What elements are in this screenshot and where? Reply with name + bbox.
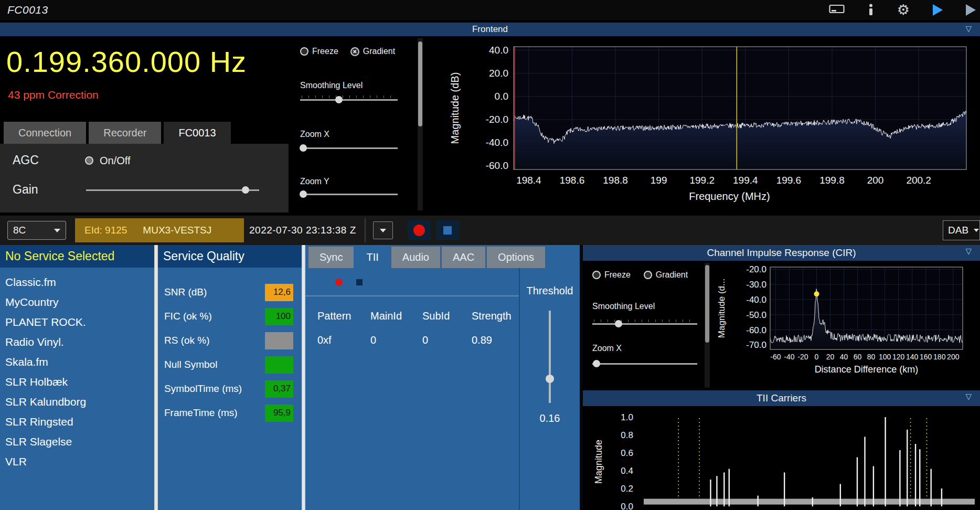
chevron-down-icon xyxy=(974,229,979,232)
tii-table: PatternMainIdSubIdStrength 0xf000.89 xyxy=(305,304,519,352)
frontend-tab-connection[interactable]: Connection xyxy=(4,122,86,144)
start-play-icon[interactable] xyxy=(933,4,943,16)
zoom-y-slider[interactable] xyxy=(300,190,398,198)
frontend-tabs: ConnectionRecorderFC0013 xyxy=(4,122,233,144)
tii-carriers-plot[interactable]: 1.00.80.60.40.20.0Magnitude xyxy=(583,406,980,509)
tab-sync[interactable]: Sync xyxy=(308,247,354,268)
tab-options[interactable]: Options xyxy=(487,247,545,268)
quality-row: FIC (ok %)100 xyxy=(158,304,302,328)
service-item[interactable]: MyCountry xyxy=(0,292,154,312)
info-icon[interactable] xyxy=(868,4,874,16)
service-list: Classic.fmMyCountryPLANET ROCK.Radio Vin… xyxy=(0,268,154,472)
threshold-slider-handle[interactable] xyxy=(546,375,554,383)
cir-plot[interactable]: -60-40-20020406080100120140160180200-20.… xyxy=(714,261,980,390)
quality-row: Null Symbol xyxy=(158,353,302,377)
cir-gradient-radio[interactable] xyxy=(644,271,652,279)
tab-audio[interactable]: Audio xyxy=(391,247,440,268)
gain-slider[interactable] xyxy=(86,186,259,194)
blue-square-indicator xyxy=(356,279,363,285)
secondary-play-icon[interactable] xyxy=(966,4,976,16)
zoom-x-slider-handle[interactable] xyxy=(300,144,307,152)
frontend-tab-recorder[interactable]: Recorder xyxy=(89,122,161,144)
cir-freeze-radio[interactable] xyxy=(592,271,601,279)
frontend-body: 0.199.360.000 Hz 43 ppm Correction Conne… xyxy=(0,36,980,212)
svg-text:0.4: 0.4 xyxy=(621,466,633,476)
frontend-tab-fc0013[interactable]: FC0013 xyxy=(164,122,230,144)
splitter-handle[interactable] xyxy=(302,245,305,510)
services-panel: No Service Selected Classic.fmMyCountryP… xyxy=(0,245,154,510)
cir-smoothing-slider-handle[interactable] xyxy=(615,320,622,327)
svg-text:0.0: 0.0 xyxy=(621,502,633,509)
quality-label: FIC (ok %) xyxy=(164,311,212,322)
tii-col-header: SubId xyxy=(422,310,472,322)
zoom-x-slider[interactable] xyxy=(300,144,398,152)
service-item[interactable]: VLR xyxy=(0,452,154,472)
tab-aac[interactable]: AAC xyxy=(442,247,485,268)
svg-text:140: 140 xyxy=(906,353,919,361)
service-item[interactable]: Radio Vinyl. xyxy=(0,332,154,352)
dropdown-button[interactable] xyxy=(373,221,393,239)
scrollbar-thumb[interactable] xyxy=(418,41,422,126)
freeze-radio[interactable] xyxy=(300,47,308,56)
service-item[interactable]: SLR Kalundborg xyxy=(0,392,154,412)
svg-text:198.8: 198.8 xyxy=(603,175,628,186)
threshold-label: Threshold xyxy=(520,285,580,297)
service-item[interactable]: SLR Ringsted xyxy=(0,412,154,432)
svg-text:199.4: 199.4 xyxy=(733,175,758,186)
cir-scrollbar[interactable] xyxy=(705,263,710,388)
stop-button[interactable] xyxy=(436,220,459,240)
collapse-arrow-icon[interactable]: ▽ xyxy=(965,247,972,256)
scrollbar-thumb[interactable] xyxy=(705,265,709,343)
quality-value-chip: 100 xyxy=(265,308,293,325)
titlebar-icons: ⚙ xyxy=(829,3,980,17)
cir-smoothing-slider[interactable] xyxy=(592,320,697,328)
smoothing-slider-handle[interactable] xyxy=(335,96,343,103)
spectrum-plot[interactable]: 198.4198.6198.8199199.2199.4199.6199.820… xyxy=(425,36,980,212)
tab-tii[interactable]: TII xyxy=(355,247,389,268)
gain-label: Gain xyxy=(13,183,38,197)
gain-slider-handle[interactable] xyxy=(242,186,249,194)
agc-radio[interactable] xyxy=(85,156,93,165)
collapse-arrow-icon[interactable]: ▽ xyxy=(965,24,972,34)
cir-zoom-x-slider[interactable] xyxy=(592,359,697,368)
splitter-handle[interactable] xyxy=(154,245,158,510)
zoom-y-slider-handle[interactable] xyxy=(300,190,307,198)
ensemble-info: EId: 9125 MUX3-VESTSJ xyxy=(75,218,244,242)
service-item[interactable]: PLANET ROCK. xyxy=(0,312,154,332)
smoothing-level-label: Smoothing Level xyxy=(300,81,363,90)
agc-label: AGC xyxy=(13,153,39,167)
cir-body: Freeze Gradient Smoothing Level Zoom X -… xyxy=(583,261,980,390)
cir-zoom-x-slider-handle[interactable] xyxy=(593,360,600,367)
service-quality-panel: Service Quality SNR (dB)12,6FIC (ok %)10… xyxy=(158,245,302,510)
mode-select[interactable]: DAB xyxy=(943,220,980,240)
settings-gear-icon[interactable]: ⚙ xyxy=(897,3,910,17)
svg-text:198.4: 198.4 xyxy=(516,175,541,186)
bottom-area: No Service Selected Classic.fmMyCountryP… xyxy=(0,245,980,510)
service-item[interactable]: SLR Slagelse xyxy=(0,432,154,452)
service-item[interactable]: Skala.fm xyxy=(0,352,154,372)
stop-icon xyxy=(443,226,452,235)
monitor-icon[interactable] xyxy=(829,4,845,16)
gradient-checkbox[interactable]: ✕ xyxy=(350,47,359,56)
record-button[interactable] xyxy=(408,220,431,240)
threshold-slider[interactable] xyxy=(545,311,555,403)
controls-scrollbar[interactable] xyxy=(418,38,423,210)
collapse-arrow-icon[interactable]: ▽ xyxy=(965,392,972,401)
smoothing-slider[interactable] xyxy=(300,95,398,104)
frequency-display: 0.199.360.000 Hz xyxy=(6,45,247,79)
channel-select[interactable]: 8C xyxy=(7,221,66,240)
service-item[interactable]: Classic.fm xyxy=(0,272,154,292)
cir-gradient-label: Gradient xyxy=(656,270,688,280)
channel-value: 8C xyxy=(13,225,26,236)
tii-carriers-title: TII Carriers xyxy=(757,392,806,404)
svg-text:199.6: 199.6 xyxy=(776,175,802,186)
app-window: FC0013 ⚙ Frontend ▽ 0.199.360.000 Hz 43 … xyxy=(0,0,980,510)
svg-text:Magnitude (d...: Magnitude (d... xyxy=(717,279,727,338)
svg-text:-40.0: -40.0 xyxy=(486,137,508,148)
tii-cell: 0 xyxy=(422,334,472,346)
svg-text:60: 60 xyxy=(854,353,862,361)
service-item[interactable]: SLR Holbæk xyxy=(0,372,154,392)
threshold-value: 0.16 xyxy=(520,412,580,424)
ensemble-name: MUX3-VESTSJ xyxy=(143,225,211,236)
tii-col-header: MainId xyxy=(370,310,422,322)
